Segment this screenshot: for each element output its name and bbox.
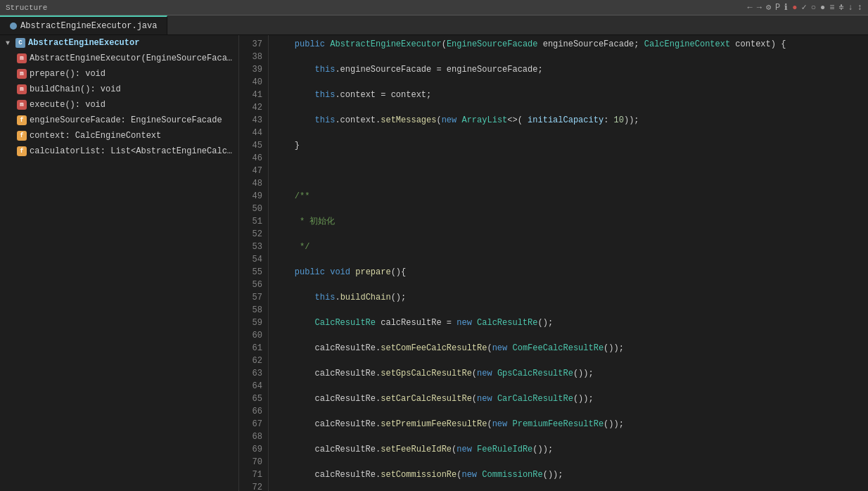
top-bar-icon-3[interactable]: ⚙ (766, 2, 771, 13)
code-line-53: calcResultRe.setFeeRuleIdRe(new FeeRuleI… (274, 443, 862, 456)
method-icon-execute: m (17, 100, 27, 110)
top-bar-icon-4[interactable]: P (775, 3, 780, 13)
code-line-43: /** (274, 190, 862, 203)
tree-label-build-chain: buildChain(): void (30, 84, 121, 94)
field-icon-engine-source-facade: f (17, 115, 27, 125)
tree-item-constructor[interactable]: m AbstractEngineExecutor(EngineSourceFac… (0, 51, 238, 66)
tree-label-prepare: prepare(): void (30, 69, 106, 79)
code-line-48: CalcResultRe calcResultRe = new CalcResu… (274, 317, 862, 329)
method-icon-build-chain: m (17, 84, 27, 94)
tree-item-root[interactable]: ▼ C AbstractEngineExecutor (0, 35, 238, 51)
code-line-49: calcResultRe.setComFeeCalcResultRe(new C… (274, 342, 862, 355)
top-bar-icon-10[interactable]: ≡ (829, 3, 834, 13)
code-line-40: this.context.setMessages(new ArrayList<>… (274, 114, 862, 127)
tree-label-calculator-list: calculatorList: List<AbstractEngineCalcu… (30, 146, 233, 156)
tree-label-engine-source-facade: engineSourceFacade: EngineSourceFacade (30, 115, 222, 125)
line-numbers: 37 38 39 40 41 42 43 44 45 46 47 48 49 5… (239, 35, 269, 491)
top-bar-icon-6[interactable]: ● (792, 3, 797, 13)
top-bar: Structure ← → ⚙ P ℹ ● ✓ ○ ● ≡ ≑ ↓ ↕ (0, 0, 868, 15)
tree-item-calculator-list[interactable]: f calculatorList: List<AbstractEngineCal… (0, 144, 238, 159)
tree-item-context[interactable]: f context: CalcEngineContext (0, 128, 238, 144)
sidebar-tree: ▼ C AbstractEngineExecutor m AbstractEng… (0, 35, 238, 491)
code-line-47: this.buildChain(); (274, 291, 862, 304)
tree-item-prepare[interactable]: m prepare(): void (0, 66, 238, 82)
method-icon-prepare: m (17, 69, 27, 79)
tab-bar: AbstractEngineExecutor.java (0, 15, 868, 35)
java-file-icon (10, 23, 17, 30)
top-bar-icon-13[interactable]: ↕ (857, 3, 862, 13)
top-bar-icon-5[interactable]: ℹ (784, 2, 788, 13)
main-area: ▼ C AbstractEngineExecutor m AbstractEng… (0, 35, 868, 491)
code-line-38: this.engineSourceFacade = engineSourceFa… (274, 63, 862, 76)
tree-label-context: context: CalcEngineContext (30, 131, 161, 141)
tree-item-build-chain[interactable]: m buildChain(): void (0, 82, 238, 97)
top-bar-icon-9[interactable]: ● (820, 3, 825, 13)
code-line-39: this.context = context; (274, 89, 862, 101)
tree-label-execute: execute(): void (30, 100, 106, 110)
tree-item-engine-source-facade[interactable]: f engineSourceFacade: EngineSourceFacade (0, 113, 238, 128)
code-line-37: public AbstractEngineExecutor(EngineSour… (274, 38, 862, 51)
top-bar-icon-1[interactable]: ← (747, 3, 752, 13)
class-icon: C (15, 38, 25, 48)
tree-arrow-root: ▼ (6, 39, 13, 47)
code-line-50: calcResultRe.setGpsCalcResultRe(new GpsC… (274, 367, 862, 380)
editor-area: 37 38 39 40 41 42 43 44 45 46 47 48 49 5… (239, 35, 868, 491)
top-bar-icon-8[interactable]: ○ (811, 3, 816, 13)
top-bar-icon-2[interactable]: → (757, 3, 762, 13)
tree-item-execute[interactable]: m execute(): void (0, 97, 238, 113)
code-container[interactable]: 37 38 39 40 41 42 43 44 45 46 47 48 49 5… (239, 35, 868, 491)
tree-label-root: AbstractEngineExecutor (28, 38, 139, 48)
code-line-54: calcResultRe.setCommissionRe(new Commiss… (274, 468, 862, 481)
field-icon-context: f (17, 131, 27, 141)
method-icon-constructor: m (17, 53, 27, 63)
code-body[interactable]: public AbstractEngineExecutor(EngineSour… (269, 35, 868, 491)
code-line-52: calcResultRe.setPremiumFeeResultRe(new P… (274, 418, 862, 431)
code-line-41: } (274, 139, 862, 152)
code-line-45: */ (274, 241, 862, 253)
code-line-42 (274, 165, 862, 177)
field-icon-calculator-list: f (17, 146, 27, 156)
tab-label: AbstractEngineExecutor.java (20, 21, 157, 31)
tab-abstract-engine-executor[interactable]: AbstractEngineExecutor.java (0, 15, 167, 34)
sidebar-structure: ▼ C AbstractEngineExecutor m AbstractEng… (0, 35, 239, 491)
top-bar-icon-11[interactable]: ≑ (838, 2, 843, 13)
top-bar-icon-7[interactable]: ✓ (802, 2, 807, 13)
code-line-46: public void prepare(){ (274, 266, 862, 279)
tree-label-constructor: AbstractEngineExecutor(EngineSourceFaca.… (30, 53, 233, 63)
code-line-44: * 初始化 (274, 215, 862, 228)
top-bar-label: Structure (6, 4, 47, 12)
code-line-51: calcResultRe.setCarCalcResultRe(new CarC… (274, 393, 862, 405)
top-bar-icon-12[interactable]: ↓ (848, 3, 853, 13)
